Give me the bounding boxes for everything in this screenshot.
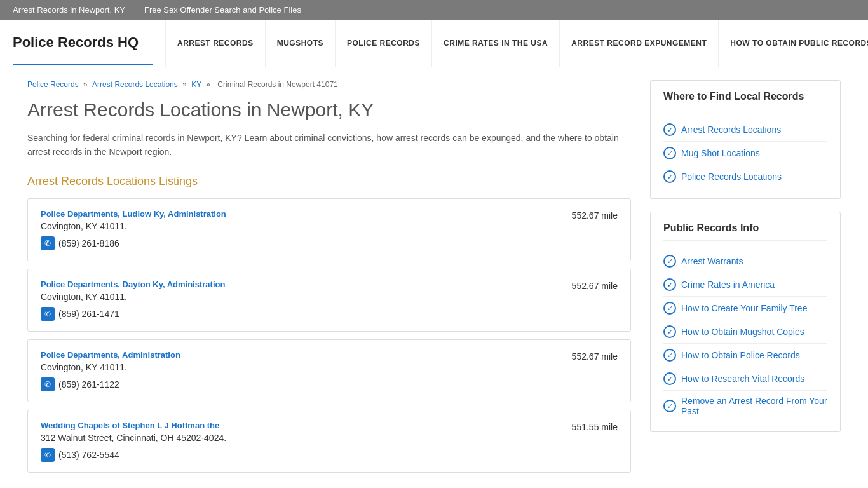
nav-mugshots[interactable]: MUGSHOTS (266, 20, 336, 67)
sidebar-link-police-records[interactable]: ✓ How to Obtain Police Records (663, 344, 827, 367)
sidebar-link-label-4: Arrest Warrants (681, 256, 743, 266)
top-bar: Arrest Records in Newport, KY Free Sex O… (0, 0, 868, 20)
breadcrumb-arrest-locations[interactable]: Arrest Records Locations (92, 80, 178, 89)
sidebar-link-label-9: How to Research Vital Records (681, 374, 804, 384)
check-icon-9: ✓ (663, 372, 676, 385)
listing-name-3: Police Departments, Administration (41, 350, 559, 360)
phone-number-2: (859) 261-1471 (58, 309, 119, 319)
sidebar-link-label-8: How to Obtain Police Records (681, 350, 800, 360)
listing-distance-1: 552.67 mile (559, 209, 618, 220)
header: Police Records HQ ARREST RECORDS MUGSHOT… (0, 20, 868, 67)
breadcrumb-sep-3: » (206, 80, 212, 89)
nav-expungement[interactable]: ARREST RECORD EXPUNGEMENT (560, 20, 719, 67)
sidebar-link-mug-shots[interactable]: ✓ Mug Shot Locations (663, 142, 827, 165)
topbar-link-2[interactable]: Free Sex Offender Search and Police File… (144, 5, 301, 15)
sidebar-link-label-7: How to Obtain Mugshot Copies (681, 327, 804, 337)
listing-phone-4: ✆ (513) 762-5544 (41, 448, 559, 462)
breadcrumb-sep-1: » (83, 80, 90, 89)
main-content: Police Records » Arrest Records Location… (27, 80, 650, 480)
listing-card-1: Police Departments, Ludlow Ky, Administr… (27, 198, 631, 261)
sidebar-link-family-tree[interactable]: ✓ How to Create Your Family Tree (663, 297, 827, 320)
check-icon-1: ✓ (663, 123, 676, 136)
sidebar-section-local: Where to Find Local Records ✓ Arrest Rec… (650, 80, 841, 199)
listing-card-3: Police Departments, Administration Covin… (27, 339, 631, 402)
check-icon-2: ✓ (663, 147, 676, 159)
breadcrumb: Police Records » Arrest Records Location… (27, 80, 631, 89)
listing-info-1: Police Departments, Ludlow Ky, Administr… (41, 209, 559, 250)
check-icon-3: ✓ (663, 170, 676, 183)
nav-police-records[interactable]: POLICE RECORDS (336, 20, 432, 67)
sidebar-section-public: Public Records Info ✓ Arrest Warrants ✓ … (650, 212, 841, 432)
sidebar-local-title: Where to Find Local Records (663, 91, 827, 109)
listing-phone-2: ✆ (859) 261-1471 (41, 307, 559, 321)
nav-crime-rates[interactable]: CRIME RATES IN THE USA (432, 20, 560, 67)
sidebar-link-label-3: Police Records Locations (681, 172, 782, 182)
page-description: Searching for federal criminal records i… (27, 131, 631, 159)
section-heading: Arrest Records Locations Listings (27, 175, 631, 188)
listing-address-1: Covington, KY 41011. (41, 221, 559, 231)
phone-number-4: (513) 762-5544 (58, 450, 119, 460)
check-icon-5: ✓ (663, 278, 676, 291)
nav-arrest-records[interactable]: ARREST RECORDS (165, 20, 266, 67)
nav-public-records[interactable]: HOW TO OBTAIN PUBLIC RECORDS (719, 20, 868, 67)
sidebar-link-label-5: Crime Rates in America (681, 280, 775, 290)
sidebar-link-label-6: How to Create Your Family Tree (681, 303, 807, 313)
check-icon-10: ✓ (663, 400, 676, 412)
phone-icon-2: ✆ (41, 307, 55, 321)
topbar-link-1[interactable]: Arrest Records in Newport, KY (13, 5, 125, 15)
sidebar-link-mugshot-copies[interactable]: ✓ How to Obtain Mugshot Copies (663, 320, 827, 344)
phone-icon-4: ✆ (41, 448, 55, 462)
sidebar-link-vital-records[interactable]: ✓ How to Research Vital Records (663, 367, 827, 391)
listing-distance-4: 551.55 mile (559, 421, 618, 432)
listing-address-3: Covington, KY 41011. (41, 362, 559, 372)
sidebar-link-arrest-locations[interactable]: ✓ Arrest Records Locations (663, 118, 827, 142)
phone-number-3: (859) 261-1122 (58, 379, 119, 390)
listing-info-4: Wedding Chapels of Stephen L J Hoffman t… (41, 421, 559, 462)
check-icon-4: ✓ (663, 255, 676, 268)
listing-address-4: 312 Walnut Street, Cincinnati, OH 45202-… (41, 433, 559, 443)
sidebar-link-label-1: Arrest Records Locations (681, 125, 781, 135)
logo[interactable]: Police Records HQ (13, 22, 153, 65)
listing-name-1: Police Departments, Ludlow Ky, Administr… (41, 209, 559, 219)
listing-name-2: Police Departments, Dayton Ky, Administr… (41, 280, 559, 289)
sidebar-link-label-2: Mug Shot Locations (681, 148, 760, 158)
listing-phone-3: ✆ (859) 261-1122 (41, 377, 559, 391)
page-title: Arrest Records Locations in Newport, KY (27, 99, 631, 121)
listing-info-3: Police Departments, Administration Covin… (41, 350, 559, 391)
phone-number-1: (859) 261-8186 (58, 238, 119, 248)
sidebar-link-police-locations[interactable]: ✓ Police Records Locations (663, 165, 827, 188)
sidebar-public-title: Public Records Info (663, 222, 827, 241)
listing-card-2: Police Departments, Dayton Ky, Administr… (27, 269, 631, 332)
listing-address-2: Covington, KY 41011. (41, 292, 559, 302)
main-nav: ARREST RECORDS MUGSHOTS POLICE RECORDS C… (165, 20, 868, 67)
check-icon-7: ✓ (663, 325, 676, 338)
check-icon-6: ✓ (663, 302, 676, 315)
sidebar-link-remove-record[interactable]: ✓ Remove an Arrest Record From Your Past (663, 391, 827, 421)
listings-container: Police Departments, Ludlow Ky, Administr… (27, 198, 631, 473)
listing-card-4: Wedding Chapels of Stephen L J Hoffman t… (27, 410, 631, 473)
sidebar-link-warrants[interactable]: ✓ Arrest Warrants (663, 250, 827, 273)
check-icon-8: ✓ (663, 349, 676, 362)
breadcrumb-current: Criminal Records in Newport 41071 (217, 80, 337, 89)
listing-name-4: Wedding Chapels of Stephen L J Hoffman t… (41, 421, 559, 430)
page-wrapper: Police Records » Arrest Records Location… (15, 67, 853, 488)
listing-phone-1: ✆ (859) 261-8186 (41, 236, 559, 250)
sidebar: Where to Find Local Records ✓ Arrest Rec… (650, 80, 841, 480)
listing-distance-2: 552.67 mile (559, 280, 618, 291)
listing-distance-3: 552.67 mile (559, 350, 618, 362)
breadcrumb-police-records[interactable]: Police Records (27, 80, 79, 89)
breadcrumb-ky[interactable]: KY (191, 80, 201, 89)
phone-icon-3: ✆ (41, 377, 55, 391)
sidebar-link-crime-rates[interactable]: ✓ Crime Rates in America (663, 273, 827, 297)
breadcrumb-sep-2: » (182, 80, 189, 89)
phone-icon-1: ✆ (41, 236, 55, 250)
sidebar-link-label-10: Remove an Arrest Record From Your Past (681, 396, 827, 416)
listing-info-2: Police Departments, Dayton Ky, Administr… (41, 280, 559, 321)
